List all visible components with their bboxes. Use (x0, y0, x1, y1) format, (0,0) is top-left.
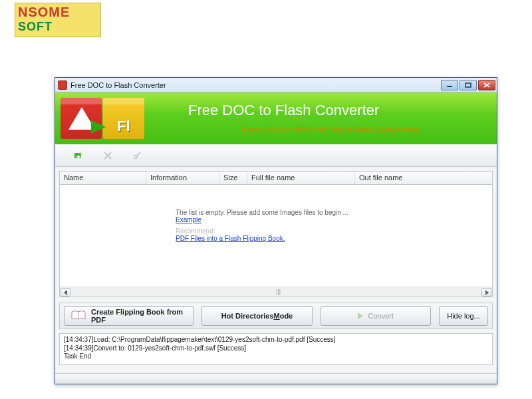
settings-button[interactable] (131, 150, 143, 162)
add-file-button[interactable] (72, 150, 84, 162)
log-panel[interactable]: [14:34:37]Load: C:\ProgramData\flippagem… (59, 333, 493, 365)
window-title: Free DOC to Flash Converter (70, 81, 441, 89)
file-list: Name Information Size Full file name Out… (59, 171, 493, 297)
column-size[interactable]: Size (219, 172, 247, 184)
recommend-label: Recommend: (176, 227, 348, 235)
remove-file-button[interactable] (102, 150, 114, 162)
log-line: [14:34:39]Convert to: 0129-yes2soft-chm-… (64, 344, 488, 353)
banner-title: Free DOC to Flash Converter (188, 102, 379, 119)
banner-subtitle: Batch Convert DOC(*.rtf,*.txt) to Flash … (241, 126, 419, 134)
list-header: Name Information Size Full file name Out… (60, 172, 492, 185)
example-link[interactable]: Example (176, 216, 201, 223)
svg-point-9 (134, 155, 138, 158)
minimize-button[interactable] (441, 80, 458, 90)
svg-rect-1 (466, 83, 471, 87)
app-window: Free DOC to Flash Converter (55, 77, 497, 384)
empty-text: The list is empty. Please add some Image… (176, 209, 348, 216)
close-button[interactable] (478, 80, 495, 90)
titlebar[interactable]: Free DOC to Flash Converter (55, 78, 497, 92)
horizontal-scrollbar[interactable]: ||| (60, 287, 492, 297)
svg-marker-11 (64, 290, 67, 295)
hide-log-button[interactable]: Hide log... (439, 306, 488, 326)
convert-button[interactable]: Convert (321, 306, 431, 326)
external-logo-stub: NSOME SOFT (15, 3, 101, 37)
scroll-right-button[interactable] (481, 288, 491, 297)
column-information[interactable]: Information (146, 172, 219, 184)
create-flipping-book-button[interactable]: Create Flipping Book from PDF (64, 306, 194, 326)
status-bar (55, 373, 497, 384)
recommend-link[interactable]: PDF Files into a Flash Flipping Book. (176, 235, 285, 242)
logo-line2: SOFT (15, 20, 100, 34)
scroll-left-button[interactable] (61, 288, 70, 297)
hot-dirs-underline-letter: M (274, 312, 280, 320)
arrow-icon (91, 120, 106, 134)
scroll-thumb-icon[interactable]: ||| (276, 289, 281, 295)
svg-marker-12 (485, 290, 489, 295)
svg-rect-6 (78, 155, 79, 159)
column-full-file-name[interactable]: Full file name (247, 172, 355, 184)
maximize-button[interactable] (460, 80, 477, 90)
svg-line-10 (137, 152, 140, 156)
column-name[interactable]: Name (60, 172, 146, 184)
action-bar: Create Flipping Book from PDF Hot Direct… (59, 303, 493, 329)
book-icon (71, 310, 86, 322)
hot-dirs-suffix: ode (280, 312, 293, 320)
toolbar (55, 144, 497, 167)
play-icon (358, 313, 363, 319)
hot-dirs-prefix: Hot Directories (221, 312, 274, 320)
header-banner: Fl Free DOC to Flash Converter Batch Con… (55, 92, 497, 144)
wrench-icon (132, 151, 142, 160)
empty-list-message: The list is empty. Please add some Image… (176, 209, 348, 242)
log-line: [14:34:37]Load: C:\ProgramData\flippagem… (64, 336, 488, 344)
flash-tile-icon: Fl (103, 98, 144, 139)
list-body: The list is empty. Please add some Image… (60, 185, 492, 287)
logo-line1: NSOME (15, 3, 100, 20)
convert-label: Convert (368, 312, 394, 320)
add-icon (73, 150, 84, 161)
app-icon (58, 80, 67, 90)
log-line: Task End (64, 352, 488, 361)
create-flipping-book-label: Create Flipping Book from PDF (91, 308, 186, 324)
column-out-file-name[interactable]: Out file name (355, 172, 492, 184)
delete-icon (103, 151, 112, 160)
hot-directories-mode-button[interactable]: Hot Directories Mode (201, 306, 312, 326)
